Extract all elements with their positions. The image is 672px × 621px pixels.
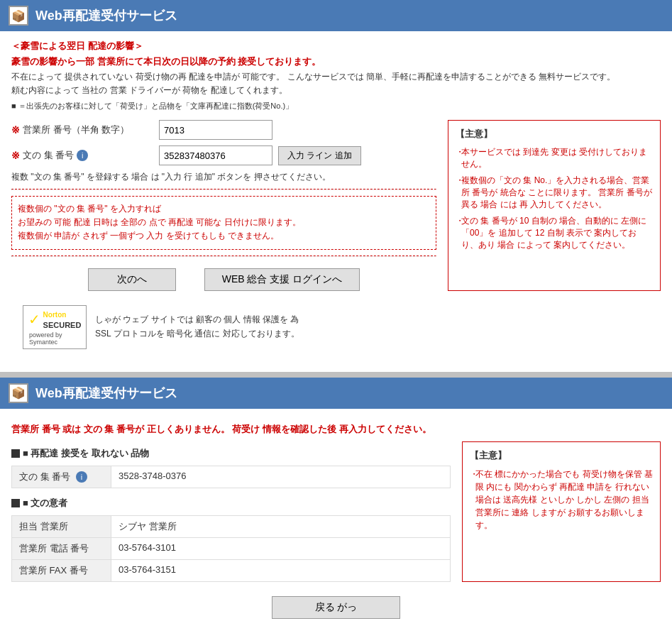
parcel-no-label: 文の 集 番号 i — [12, 466, 111, 488]
office-fax-row: 営業所 FAX 番号 03-5764-3151 — [12, 559, 451, 581]
parcel-number-input[interactable] — [159, 145, 272, 165]
office-number-row: ※ 営業所 番号（半角 数字） — [11, 120, 436, 140]
office-number-label: ※ 営業所 番号（半角 数字） — [11, 123, 153, 136]
notice-item-1: 本サービスでは 到達先 変更は 受付けしておりません。 — [456, 146, 653, 170]
office-name-row: 担当 営業所 シブヤ 営業所 — [12, 515, 451, 537]
next-button[interactable]: 次のへ — [88, 268, 176, 291]
dashed-line3: 複数個が 申請が されず 一個ずつ 入力 を受けてもしも できません。 — [18, 229, 430, 243]
inquiry-table: 担当 営業所 シブヤ 営業所 営業所 電話 番号 03-5764-3101 営業… — [11, 515, 451, 582]
section2-right-notice: 【主意】 不在 標にかかった場合でも 荷受け物を保管 基限 内にも 関かわらず … — [462, 441, 661, 582]
black-square-icon-2 — [11, 499, 20, 507]
section2-notice-title: 【主意】 — [470, 449, 653, 462]
notice-title: 【主意】 — [456, 128, 653, 141]
dashed-line2: お望みの 可能 配達 日時は 全部の 点で 再配達 可能な 日付けに限ります。 — [18, 216, 430, 229]
inquiry-label: ■ 文の意者 — [11, 497, 451, 510]
office-fax-value: 03-5764-3151 — [111, 559, 451, 581]
cannot-redeliver-label: ■ 再配達 接受を 取れない 品物 — [11, 447, 451, 460]
right-notice-panel: 【主意】 本サービスでは 到達先 変更は 受付けしておりません。 複数個の「文の… — [448, 120, 661, 291]
parcel-no-value: 3528-3748-0376 — [111, 466, 451, 488]
norton-secured-text: Norton SECURED — [43, 309, 82, 330]
norton-badge: ✓ Norton SECURED powered by Symantec — [23, 305, 87, 349]
section1-header: 📦 Web再配達受付サービス — [0, 0, 672, 31]
parcel-info-table: 文の 集 番号 i 3528-3748-0376 — [11, 466, 451, 488]
alert1-text: ＜豪雪による翌日 配達の影響＞ — [11, 40, 661, 53]
section2-header: 📦 Web再配達受付サービス — [0, 378, 672, 409]
norton-description: しゃが ウェブ サイトでは 顧客の 個人 情報 保護を 為 SSL プロトコルを… — [95, 313, 299, 340]
norton-desc-line2: SSL プロトコルを 暗号化 通信に 対応しております。 — [95, 327, 299, 341]
powered-by-text: powered by Symantec — [29, 331, 80, 346]
entry-hint: 複数 "文の 集 番号" を登録する 場合 は "入力 行 追加" ボタンを 押… — [11, 171, 436, 183]
section2-notice-item-1: 不在 標にかかった場合でも 荷受け物を保管 基限 内にも 関かわらず 再配達 申… — [470, 468, 653, 532]
office-number-input[interactable] — [159, 120, 272, 140]
add-line-button[interactable]: 入力 ライン 追加 — [278, 146, 361, 165]
alert2-text: 豪雪の影響から一部 営業所にて本日次の日以降の予約 接受しております。 — [11, 55, 661, 68]
norton-check-icon: ✓ — [28, 311, 40, 328]
black-square-icon — [11, 449, 20, 458]
section1-buttons: 次のへ WEB 総合 支援 ログインへ — [11, 268, 436, 291]
section2-panel: 📦 Web再配達受付サービス 営業所 番号 或は 文の 集 番号が 正しくありま… — [0, 378, 672, 621]
desc-line2: 頼む内容によって 当社の 営業 ドライバーが 荷物を 配達してくれます。 — [11, 84, 661, 97]
secured-label: SECURED — [43, 321, 82, 329]
back-button[interactable]: 戻る がっ — [272, 596, 401, 619]
office-phone-label: 営業所 電話 番号 — [12, 537, 111, 559]
dashed-warning-box: 複数個の "文の 集 番号" を入力すれば お望みの 可能 配達 日時は 全部の… — [11, 196, 436, 250]
office-phone-row: 営業所 電話 番号 03-5764-3101 — [12, 537, 451, 559]
package-icon: 📦 — [9, 6, 28, 26]
norton-logo: ✓ Norton SECURED — [28, 309, 82, 330]
section1-title: Web再配達受付サービス — [35, 7, 177, 24]
dashed-line1: 複数個の "文の 集 番号" を入力すれば — [18, 202, 430, 216]
parcel-no-row: 文の 集 番号 i 3528-3748-0376 — [12, 466, 451, 488]
office-phone-value: 03-5764-3101 — [111, 537, 451, 559]
section1-panel: 📦 Web再配達受付サービス ＜豪雪による翌日 配達の影響＞ 豪雪の影響から一部… — [0, 0, 672, 372]
required-mark-office: ※ — [11, 124, 20, 136]
desc-line1: 不在によって 提供されていない 荷受け物の再 配達を申請が 可能です。 こんなサ… — [11, 71, 661, 83]
required-mark-parcel: ※ — [11, 150, 20, 161]
error-message: 営業所 番号 或は 文の 集 番号が 正しくありません。 荷受け 情報を確認した… — [0, 417, 672, 441]
norton-desc-line1: しゃが ウェブ サイトでは 顧客の 個人 情報 保護を 為 — [95, 313, 299, 326]
notice-item-2: 複数個の「文の 集 No.」を入力される場合、営業所 番号が 統合な ことに限り… — [456, 175, 653, 211]
norton-section: ✓ Norton SECURED powered by Symantec しゃが… — [11, 297, 661, 358]
parcel-number-label: ※ 文の 集 番号 i — [11, 149, 153, 162]
office-name-value: シブヤ 営業所 — [111, 515, 451, 537]
office-name-label: 担当 営業所 — [12, 515, 111, 537]
section2-title: Web再配達受付サービス — [35, 385, 177, 402]
back-button-row: 戻る がっ — [11, 596, 661, 619]
parcel-no-info-icon[interactable]: i — [76, 471, 87, 483]
left-column: ※ 営業所 番号（半角 数字） ※ 文の 集 番号 i 入力 ライン — [11, 120, 436, 291]
web-login-button[interactable]: WEB 総合 支援 ログインへ — [204, 268, 360, 291]
inquiry-section: ■ 文の意者 担当 営業所 シブヤ 営業所 営業所 電話 番号 03-5764-… — [11, 497, 451, 582]
parcel-info-icon[interactable]: i — [77, 150, 88, 161]
parcel-number-row: ※ 文の 集 番号 i 入力 ライン 追加 — [11, 145, 436, 165]
notice-item-3: 文の 集 番号が 10 自制の 場合、自動的に 左側に「00」を 追加して 12… — [456, 215, 653, 251]
office-fax-label: 営業所 FAX 番号 — [12, 559, 111, 581]
package-icon-2: 📦 — [9, 383, 28, 403]
instruction-text: ■ ＝出張先のお客様に対して「荷受け」と品物を「文庫再配達に指数(荷受No.)」 — [11, 101, 661, 111]
